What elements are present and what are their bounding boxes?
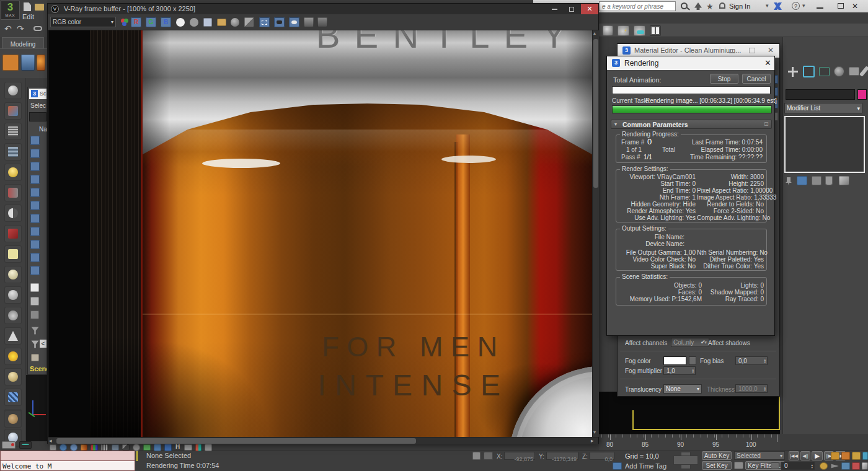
blue-channel-button[interactable]: B: [161, 17, 171, 27]
display-frozen-icon[interactable]: [30, 283, 39, 292]
favorites-star-icon[interactable]: ★: [706, 2, 714, 11]
duplicate-to-host-button[interactable]: [244, 17, 254, 27]
save-image-button[interactable]: [203, 18, 212, 27]
fog-color-map-button[interactable]: [689, 356, 696, 365]
vfb-sphere-mini-icon[interactable]: [60, 444, 67, 451]
go-to-start-button[interactable]: |◀◀: [789, 451, 799, 460]
scene-explorer-field[interactable]: [29, 112, 46, 121]
vfb-minimize-button[interactable]: [546, 4, 562, 14]
fog-multiplier-spinner[interactable]: 1,0 ▴▾: [663, 366, 696, 375]
stop-button[interactable]: Stop: [710, 74, 738, 84]
hair-fur-icon[interactable]: [4, 410, 22, 428]
vfb-gradient-mini-icon[interactable]: [81, 444, 87, 451]
display-bones-icon[interactable]: [30, 253, 40, 262]
display-helpers-icon[interactable]: [30, 201, 40, 210]
video-post-icon[interactable]: [4, 225, 22, 242]
help-icon[interactable]: ?: [792, 2, 800, 10]
display-xrefs-icon[interactable]: [30, 240, 40, 249]
app-close-button[interactable]: ✕: [852, 2, 858, 11]
sphere-tan-icon[interactable]: [4, 368, 22, 385]
modifier-stack[interactable]: [784, 116, 865, 173]
sphere-cream-icon[interactable]: [4, 266, 22, 283]
key-mode-toggle-icon[interactable]: [771, 462, 779, 469]
sphere-gray-icon[interactable]: [4, 286, 22, 304]
ribbon-tab-modeling[interactable]: Modeling: [2, 37, 44, 48]
display-spacewarps-icon[interactable]: [30, 214, 40, 223]
point-array-icon[interactable]: [4, 389, 22, 406]
vfb-blue-mini-icon[interactable]: [154, 444, 161, 451]
maxscript-listener-pink[interactable]: [0, 451, 135, 461]
world-icon[interactable]: [820, 462, 828, 470]
render-setup-icon[interactable]: [4, 123, 22, 140]
tab-motion-icon[interactable]: [834, 66, 844, 77]
affect-shadows-check[interactable]: ✔: [701, 339, 706, 345]
vfb-channel-dropdown[interactable]: RGB color ▾: [50, 17, 116, 27]
hscroll-right-icon[interactable]: ▸: [591, 438, 594, 444]
object-name-field[interactable]: [786, 89, 855, 100]
show-end-result-icon[interactable]: [797, 176, 807, 185]
rendering-dialog-titlebar[interactable]: 3 Rendering ✕: [607, 56, 774, 70]
app-minimize-button[interactable]: [817, 7, 823, 9]
display-containers-icon[interactable]: [30, 266, 40, 275]
common-parameters-rollout[interactable]: ▾ Common Parameters ⊡: [611, 120, 772, 129]
vfb-curves-mini-icon[interactable]: [122, 444, 130, 451]
configure-modifier-sets-icon[interactable]: [839, 176, 849, 185]
add-time-tag-icon[interactable]: [613, 462, 622, 470]
redo-icon[interactable]: ↷: [17, 24, 24, 33]
max-logo[interactable]: 3 MAX: [1, 1, 20, 20]
shading-icon[interactable]: [4, 205, 22, 222]
tab-display-icon[interactable]: [849, 67, 859, 76]
tab-modify-icon[interactable]: [803, 66, 815, 77]
ribbon-freeform-icon[interactable]: [21, 55, 35, 71]
fog-color-swatch[interactable]: [663, 356, 686, 365]
vfb-maximize-button[interactable]: [564, 4, 580, 14]
monochrome-button[interactable]: [176, 18, 185, 27]
prev-frame-button[interactable]: ◀||: [800, 451, 810, 460]
teapot-icon[interactable]: [4, 82, 22, 99]
paint-icon[interactable]: [852, 462, 860, 470]
vfb-save-mini-icon[interactable]: [50, 444, 56, 451]
translucency-dropdown[interactable]: None ▾: [663, 384, 702, 394]
vfb-levels-mini-icon[interactable]: [101, 444, 108, 451]
cancel-button[interactable]: Cancel: [742, 74, 771, 84]
vfb-blue2-mini-icon[interactable]: [164, 444, 172, 451]
display-cameras-icon[interactable]: [30, 188, 40, 197]
vfb-vscrollbar[interactable]: ▴ ▾: [592, 30, 599, 437]
sun-icon[interactable]: [4, 348, 22, 365]
ribbon-selection-icon[interactable]: [37, 55, 45, 71]
rendering-dialog-close-button[interactable]: ✕: [764, 58, 771, 68]
hscroll-left-icon[interactable]: ◂: [49, 438, 52, 444]
vfb-bars-mini-icon[interactable]: [195, 444, 202, 451]
material-editor-icon[interactable]: [603, 25, 613, 36]
load-image-button[interactable]: [217, 19, 226, 26]
play-button[interactable]: ▶: [812, 451, 823, 460]
scene-explorer-column[interactable]: Na: [39, 126, 47, 133]
me-close-button[interactable]: ✕: [768, 46, 774, 55]
vfb-hscrollbar[interactable]: ◂ ▸: [48, 437, 598, 444]
time-config-icon[interactable]: [831, 452, 839, 460]
red-channel-button[interactable]: R: [131, 17, 141, 27]
filter-combinations-icon[interactable]: [31, 327, 39, 335]
current-frame-spinner[interactable]: 0 ▴▾: [781, 462, 815, 470]
stamp-b-button[interactable]: [317, 17, 327, 27]
display-hidden-icon[interactable]: [30, 297, 39, 306]
render-production-icon[interactable]: [618, 25, 629, 36]
help-dropdown-icon[interactable]: ▾: [802, 2, 805, 9]
display-lights-icon[interactable]: [30, 175, 40, 184]
auto-key-button[interactable]: Auto Key: [702, 451, 732, 460]
filter-icon[interactable]: [31, 340, 39, 348]
set-key-button[interactable]: Set Key: [702, 461, 732, 470]
me-maximize-button[interactable]: [749, 48, 755, 53]
vfb-histogram-mini-icon[interactable]: [112, 444, 119, 451]
app-restore-button[interactable]: [838, 3, 844, 9]
vfb-info-mini-icon[interactable]: [70, 444, 78, 451]
alpha-button[interactable]: [190, 18, 198, 27]
add-time-tag[interactable]: Add Time Tag: [625, 462, 666, 470]
time-slider-track[interactable]: 80 85 90 95 100: [599, 434, 780, 451]
cone-icon[interactable]: [4, 327, 22, 345]
stamp-a-button[interactable]: [304, 17, 314, 27]
hscroll-thumb[interactable]: [56, 438, 416, 444]
absolute-mode-icon[interactable]: [484, 452, 493, 460]
camera-sound-icon[interactable]: [4, 184, 22, 201]
scene-explorer-titlebar[interactable]: 3 Sc: [29, 89, 46, 99]
